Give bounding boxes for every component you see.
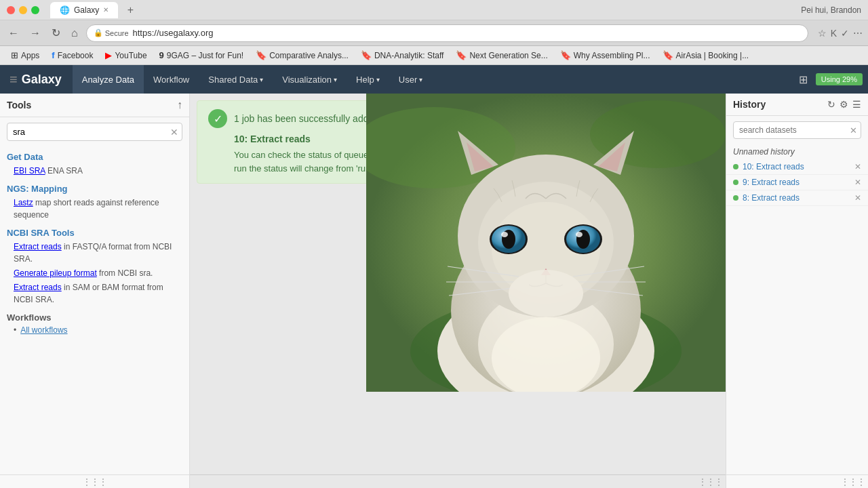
minimize-window-button[interactable] [19,6,27,14]
extract-sam-link[interactable]: Extract reads [14,283,62,292]
tool-ebi-sra[interactable]: EBI SRA ENA SRA [14,165,182,177]
svg-point-22 [576,232,583,237]
kaspersky-icon[interactable]: K [831,28,837,39]
app-container: ≡ Galaxy Analyze Data Workflow Shared Da… [0,65,868,488]
bookmark-facebook-label: Facebook [58,51,94,60]
lastz-link[interactable]: Lastz [14,198,33,207]
secure-badge: 🔒 Secure [94,28,129,37]
history-content: 10: Extract reads ✕ 9: Extract reads ✕ 8… [726,159,868,474]
history-gear-icon[interactable]: ⚙ [840,99,848,110]
ncbi-sra-link[interactable]: NCBI SRA Tools [7,228,75,238]
nav-workflow[interactable]: Workflow [144,65,199,94]
generate-pileup-plain: from NCBI sra. [97,268,153,278]
bookmark-facebook[interactable]: f Facebook [46,49,98,62]
check-icon[interactable]: ✓ [841,28,849,39]
back-button[interactable]: ← [5,26,22,41]
history-refresh-icon[interactable]: ↻ [827,99,835,110]
nav-visualization[interactable]: Visualization ▾ [273,65,347,94]
history-search-clear-icon[interactable]: ✕ [850,125,857,136]
extract-fastq-link[interactable]: Extract reads [14,242,62,251]
get-data-title[interactable]: Get Data [7,152,182,162]
close-window-button[interactable] [7,6,15,14]
traffic-lights [7,6,39,14]
tool-lastz[interactable]: Lastz map short reads against reference … [14,197,182,221]
success-icon: ✓ [208,109,227,128]
bookmark-9gag[interactable]: 9 9GAG – Just for Fun! [154,49,250,62]
apps-icon: ⊞ [11,50,18,60]
new-tab-button[interactable]: + [121,2,140,18]
history-columns-icon[interactable]: ☰ [852,99,861,110]
nav-user[interactable]: User ▾ [389,65,432,94]
main-content: ✓ 1 job has been successfully added to t… [190,94,726,474]
star-icon[interactable]: ☆ [818,28,827,39]
sidebar-header: Tools ↑ [0,94,189,117]
history-resize-handle[interactable]: ⋮⋮⋮ [841,477,865,487]
tool-extract-fastq[interactable]: Extract reads in FASTQ/A format from NCB… [14,241,182,265]
history-item-close[interactable]: ✕ [854,178,861,187]
history-item-close[interactable]: ✕ [854,162,861,171]
history-item-status-dot [733,195,738,201]
user-dropdown-icon: ▾ [419,76,422,83]
lastz-plain: map short reads against reference sequen… [14,198,159,220]
cat-image-overlay [366,94,726,392]
workflow-all[interactable]: • All workflows [14,325,182,335]
tab-favicon: 🌐 [60,5,70,15]
reload-button[interactable]: ↻ [49,25,63,41]
get-data-link[interactable]: Get Data [7,152,43,162]
history-item-8[interactable]: 8: Extract reads ✕ [726,190,868,206]
history-item-close[interactable]: ✕ [854,193,861,203]
all-workflows-link[interactable]: All workflows [20,325,67,335]
bookmark-apps-label: Apps [21,51,39,60]
nav-analyze-data[interactable]: Analyze Data [73,65,144,94]
galaxy-logo: ≡ Galaxy [7,72,73,87]
history-item-10[interactable]: 10: Extract reads ✕ [726,159,868,175]
sidebar-resize-handle[interactable]: ⋮⋮⋮ [83,477,107,487]
nav-shared-data[interactable]: Shared Data ▾ [199,65,273,94]
ngs-mapping-link[interactable]: NGS: Mapping [7,184,68,194]
bookmark-apps[interactable]: ⊞ Apps [5,49,45,62]
bookmark-comparative[interactable]: 🔖 Comparative Analys... [250,49,354,62]
nextgen-icon: 🔖 [456,50,467,60]
bookmark-youtube[interactable]: ▶ YouTube [100,49,152,62]
nav-help-label: Help [356,75,374,85]
more-icon[interactable]: ⋯ [853,28,863,39]
address-input[interactable]: 🔒 Secure https://usegalaxy.org [86,24,808,42]
hamburger-icon: ≡ [9,72,18,87]
nav-help[interactable]: Help ▾ [347,65,389,94]
generate-pileup-link[interactable]: Generate pileup format [14,268,97,278]
facebook-icon: f [52,50,54,60]
upload-icon[interactable]: ↑ [177,99,182,111]
main-resize-handle[interactable]: ⋮⋮⋮ [698,477,723,487]
history-title: History [733,99,766,110]
grid-icon[interactable]: ⊞ [796,70,810,89]
sidebar-bottom: ⋮⋮⋮ [0,474,189,488]
nav-viz-label: Visualization [282,75,332,85]
address-bar: ← → ↻ ⌂ 🔒 Secure https://usegalaxy.org ☆… [0,20,868,46]
tools-search-input[interactable] [7,123,182,141]
bookmark-youtube-label: YouTube [115,51,146,60]
bookmark-dna[interactable]: 🔖 DNA-Analytik: Staff [355,49,449,62]
history-item-9[interactable]: 9: Extract reads ✕ [726,175,868,190]
ebi-sra-plain: ENA SRA [45,166,83,176]
history-panel: History ↻ ⚙ ☰ ✕ Unnamed history 10: Extr… [726,94,868,488]
tool-extract-sam[interactable]: Extract reads in SAM or BAM format from … [14,281,182,306]
tool-generate-pileup[interactable]: Generate pileup format from NCBI sra. [14,267,182,279]
home-button[interactable]: ⌂ [68,26,81,41]
bookmark-airasia[interactable]: 🔖 AirAsia | Booking |... [657,49,755,62]
ncbi-sra-title[interactable]: NCBI SRA Tools [7,228,182,238]
maximize-window-button[interactable] [31,6,39,14]
browser-tab-galaxy[interactable]: 🌐 Galaxy ✕ [50,2,118,18]
nav-right: ⊞ Using 29% [796,70,863,89]
bookmarks-bar: ⊞ Apps f Facebook ▶ YouTube 9 9GAG – Jus… [0,46,868,65]
airasia-icon: 🔖 [663,50,673,60]
ebi-sra-link[interactable]: EBI SRA [14,166,45,176]
bookmark-assembling[interactable]: 🔖 Why Assembling Pl... [555,49,656,62]
nav-user-label: User [399,75,417,85]
ngs-mapping-title[interactable]: NGS: Mapping [7,184,182,194]
forward-button[interactable]: → [27,26,43,41]
search-clear-icon[interactable]: ✕ [170,127,178,138]
tab-close-button[interactable]: ✕ [103,6,108,14]
history-search-input[interactable] [733,121,861,139]
bookmark-nextgen[interactable]: 🔖 Next Generation Se... [450,49,553,62]
workflows-title: Workflows [7,312,182,323]
